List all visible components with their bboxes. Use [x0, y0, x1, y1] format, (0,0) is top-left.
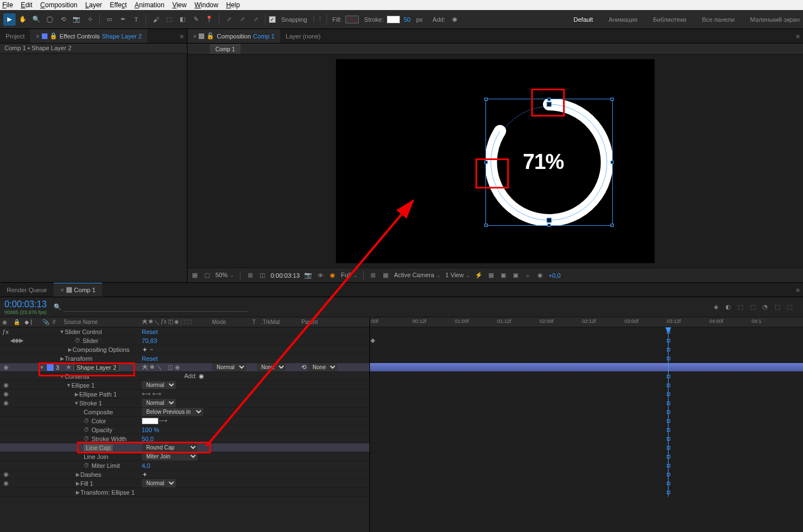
current-time[interactable]: 0:00:03:13: [271, 272, 300, 279]
stroke-swatch[interactable]: [387, 16, 400, 23]
timecode[interactable]: 0:00:03:13: [4, 299, 47, 309]
parent-dropdown[interactable]: None: [308, 363, 337, 371]
row-opacity[interactable]: ⏱ Opacity 100 %: [0, 425, 369, 434]
anchor-tool-icon[interactable]: ⊹: [84, 13, 96, 26]
timeline-icon[interactable]: ⟐: [524, 272, 532, 279]
world-axis-icon[interactable]: ⬈: [236, 13, 248, 26]
effect-controls-tab[interactable]: × 🔒 Effect Controls Shape Layer 2: [30, 29, 147, 43]
view-axis-icon[interactable]: ⬈: [249, 13, 262, 26]
row-slider-control[interactable]: ƒx ▼Slider Control Reset: [0, 327, 369, 336]
zoom-tool-icon[interactable]: 🔍: [30, 13, 42, 26]
panel-menu-icon[interactable]: ≡: [180, 33, 184, 40]
menu-effect[interactable]: Effect: [110, 1, 127, 9]
toggle-alpha-icon[interactable]: ▦: [191, 272, 199, 279]
draft-3d-icon[interactable]: ▦: [487, 272, 495, 279]
canvas[interactable]: 71%: [336, 59, 655, 263]
zoom-dropdown[interactable]: 50%: [215, 272, 234, 279]
row-ellipse-path[interactable]: ◉▶ Ellipse Path 1 ⟷ ⟷: [0, 390, 369, 399]
local-axis-icon[interactable]: ⬈: [223, 13, 235, 26]
workspace-all[interactable]: Все панели: [702, 16, 734, 23]
motion-blur-icon[interactable]: ◔: [761, 303, 770, 312]
fast-preview-icon[interactable]: ⚡: [475, 272, 483, 279]
row-fill1[interactable]: ◉▶ Fill 1 Normal: [0, 479, 369, 488]
project-tab[interactable]: Project: [0, 29, 30, 43]
layer-bar[interactable]: [370, 363, 803, 372]
menu-help[interactable]: Help: [226, 1, 240, 9]
comp-sub-tab[interactable]: Comp 1: [210, 45, 241, 54]
row-transform[interactable]: ▶ Transform Reset: [0, 354, 369, 363]
layer-tab[interactable]: Layer (none): [280, 29, 326, 43]
timeline-comp-tab[interactable]: × Comp 1: [54, 283, 102, 297]
camera-dropdown[interactable]: Active Camera: [394, 272, 441, 279]
exposure-value[interactable]: +0,0: [549, 272, 561, 279]
quality-dropdown[interactable]: Full: [341, 272, 358, 279]
add-menu-icon[interactable]: ◉: [449, 13, 461, 26]
panel-menu-icon[interactable]: ≡: [796, 287, 800, 293]
mode-dropdown[interactable]: Normal: [212, 363, 246, 371]
viewer[interactable]: 71%: [187, 55, 803, 268]
rect-tool-icon[interactable]: ▭: [103, 13, 116, 26]
row-slider[interactable]: ◀◆▶ ⏱ Slider 70,83: [0, 336, 369, 345]
text-tool-icon[interactable]: T: [130, 13, 142, 26]
views-dropdown[interactable]: 1 View: [445, 272, 470, 279]
comp-mini-flowchart-icon[interactable]: ◈: [711, 303, 720, 312]
frame-blend-icon[interactable]: ⬚: [748, 303, 757, 312]
stamp-tool-icon[interactable]: ⬚: [163, 13, 175, 26]
row-composite[interactable]: Composite Below Previous in Sa: [0, 408, 369, 417]
show-snapshot-icon[interactable]: 👁: [316, 272, 324, 279]
menu-view[interactable]: View: [172, 1, 187, 9]
vp1-icon[interactable]: ▣: [499, 272, 507, 279]
time-ruler[interactable]: :00f 00:12f 01:00f 01:12f 02:00f 02:12f …: [370, 317, 803, 327]
workspace-lib[interactable]: Библиотеки: [653, 16, 686, 23]
row-dashes[interactable]: ◉▶ Dashes ＋: [0, 470, 369, 479]
orbit-tool-icon[interactable]: ◯: [44, 13, 56, 26]
render-queue-tab[interactable]: Render Queue: [0, 283, 54, 297]
panel-menu-icon[interactable]: ≡: [796, 33, 800, 40]
playhead[interactable]: [668, 327, 669, 497]
selection-tool-icon[interactable]: ▶: [3, 13, 16, 26]
lock-icon[interactable]: 🔒: [50, 32, 57, 40]
workspace-default[interactable]: Default: [574, 16, 593, 23]
hand-tool-icon[interactable]: ✋: [17, 13, 29, 26]
pen-tool-icon[interactable]: ✒: [117, 13, 129, 26]
row-comp-options[interactable]: ▶ Compositing Options ＋－: [0, 345, 369, 354]
timeline-tracks[interactable]: :00f 00:12f 01:00f 01:12f 02:00f 02:12f …: [370, 317, 803, 532]
snap-opts-icon[interactable]: ⋮⋮: [311, 13, 323, 26]
camera-tool-icon[interactable]: 📷: [70, 13, 83, 26]
pin-tool-icon[interactable]: 📍: [203, 13, 215, 26]
eraser-tool-icon[interactable]: ◧: [176, 13, 189, 26]
trkmat-dropdown[interactable]: None: [257, 363, 286, 371]
res-icon[interactable]: ⊞: [246, 272, 254, 279]
snapshot-icon[interactable]: 📷: [304, 272, 312, 279]
guides-icon[interactable]: ▦: [382, 272, 390, 279]
menu-file[interactable]: FFileile: [2, 1, 13, 9]
lock-icon[interactable]: 🔓: [206, 32, 214, 40]
channel-icon[interactable]: ◉: [329, 272, 336, 279]
menu-animation[interactable]: Animation: [134, 1, 164, 9]
stroke-width-value[interactable]: 50: [403, 16, 410, 23]
hide-shy-icon[interactable]: ⬚: [736, 303, 745, 312]
fill-swatch[interactable]: [345, 16, 359, 23]
row-ellipse1[interactable]: ◉▼ Ellipse 1 Normal: [0, 381, 369, 390]
row-stroke1[interactable]: ◉▼ Stroke 1 Normal: [0, 399, 369, 408]
workspace-anim[interactable]: Анимация: [609, 16, 638, 23]
toggle-transparency-icon[interactable]: ▢: [203, 272, 211, 279]
vp2-icon[interactable]: ▣: [512, 272, 520, 279]
menu-composition[interactable]: Composition: [40, 1, 78, 9]
graph-editor-icon[interactable]: ⬚: [773, 303, 782, 312]
workspace-small[interactable]: Маленький экран: [750, 16, 800, 23]
row-color[interactable]: ⏱ Color ⟶: [0, 417, 369, 425]
flowchart-icon[interactable]: ◉: [536, 272, 544, 279]
menu-window[interactable]: Window: [194, 1, 218, 9]
row-miter-limit[interactable]: ⏱ Miter Limit 4,0: [0, 461, 369, 470]
menu-layer[interactable]: Layer: [85, 1, 102, 9]
snapping-checkbox[interactable]: ✓: [269, 16, 276, 23]
menu-edit[interactable]: Edit: [21, 1, 32, 9]
composition-tab[interactable]: × 🔓 Composition Comp 1: [187, 29, 280, 43]
rotate-tool-icon[interactable]: ⟲: [57, 13, 69, 26]
brain-icon[interactable]: ⬚: [785, 303, 794, 312]
grid-icon[interactable]: ⊞: [369, 272, 377, 279]
roto-tool-icon[interactable]: ✎: [190, 13, 202, 26]
brush-tool-icon[interactable]: 🖌: [150, 13, 162, 26]
draft-3d-toggle-icon[interactable]: ◐: [724, 303, 733, 312]
